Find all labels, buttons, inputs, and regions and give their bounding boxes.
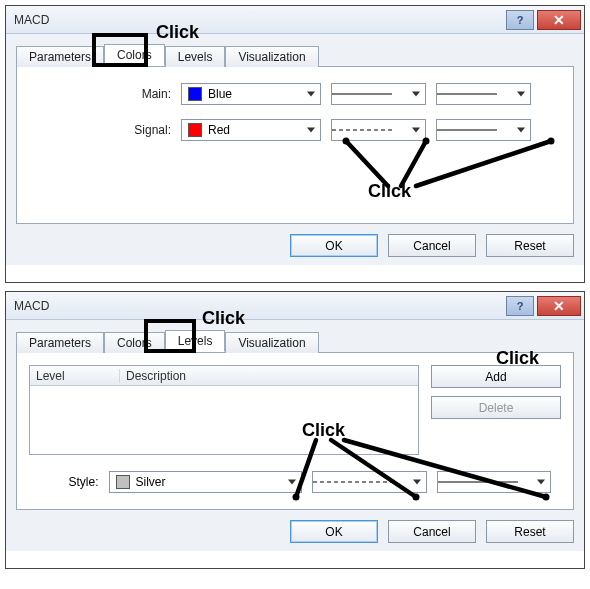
line-dashed-icon: [313, 478, 407, 486]
levels-layout: Level Description Add Delete: [29, 365, 561, 455]
ok-button[interactable]: OK: [290, 520, 378, 543]
tab-levels[interactable]: Levels: [165, 330, 226, 352]
ok-button[interactable]: OK: [290, 234, 378, 257]
style-label: Style:: [29, 475, 109, 489]
help-button[interactable]: ?: [506, 296, 534, 316]
signal-color-combo[interactable]: Red: [181, 119, 321, 141]
line-solid-icon: [437, 126, 512, 134]
signal-linewidth-combo[interactable]: [436, 119, 531, 141]
add-button[interactable]: Add: [431, 365, 561, 388]
reset-button[interactable]: Reset: [486, 520, 574, 543]
col-level[interactable]: Level: [30, 369, 120, 383]
close-button[interactable]: ✕: [537, 296, 581, 316]
main-color-row: Main: Blue: [31, 83, 559, 105]
style-color-name: Silver: [136, 475, 166, 489]
main-color-name: Blue: [208, 87, 232, 101]
dialog-buttons: OK Cancel Reset: [16, 520, 574, 543]
line-solid-icon: [332, 90, 407, 98]
style-linewidth-combo[interactable]: [437, 471, 551, 493]
style-linestyle-combo[interactable]: [312, 471, 426, 493]
cancel-button[interactable]: Cancel: [388, 234, 476, 257]
col-description[interactable]: Description: [120, 369, 418, 383]
dialog-buttons: OK Cancel Reset: [16, 234, 574, 257]
tab-parameters[interactable]: Parameters: [16, 46, 104, 67]
tab-visualization[interactable]: Visualization: [225, 332, 318, 353]
tab-strip: Parameters Colors Levels Visualization: [16, 328, 574, 352]
help-button[interactable]: ?: [506, 10, 534, 30]
cancel-button[interactable]: Cancel: [388, 520, 476, 543]
line-solid-icon: [438, 478, 532, 486]
colors-panel: Main: Blue Signal:: [16, 66, 574, 224]
signal-color-name: Red: [208, 123, 230, 137]
window-title: MACD: [14, 299, 506, 313]
list-header: Level Description: [30, 366, 418, 386]
style-row: Style: Silver: [29, 471, 561, 493]
dialog-body: Parameters Colors Levels Visualization L…: [6, 320, 584, 551]
main-linewidth-combo[interactable]: [436, 83, 531, 105]
signal-label: Signal:: [31, 123, 181, 137]
titlebar: MACD ? ✕: [6, 6, 584, 34]
macd-dialog-levels: MACD ? ✕ Parameters Colors Levels Visual…: [5, 291, 585, 569]
tab-colors[interactable]: Colors: [104, 44, 165, 66]
window-title: MACD: [14, 13, 506, 27]
line-dashed-icon: [332, 126, 407, 134]
tab-levels[interactable]: Levels: [165, 46, 226, 67]
main-color-combo[interactable]: Blue: [181, 83, 321, 105]
main-label: Main:: [31, 87, 181, 101]
tab-visualization[interactable]: Visualization: [225, 46, 318, 67]
close-button[interactable]: ✕: [537, 10, 581, 30]
tab-strip: Parameters Colors Levels Visualization: [16, 42, 574, 66]
delete-button: Delete: [431, 396, 561, 419]
tab-parameters[interactable]: Parameters: [16, 332, 104, 353]
style-color-combo[interactable]: Silver: [109, 471, 303, 493]
signal-linestyle-combo[interactable]: [331, 119, 426, 141]
main-linestyle-combo[interactable]: [331, 83, 426, 105]
tab-colors[interactable]: Colors: [104, 332, 165, 353]
signal-color-swatch: [188, 123, 202, 137]
dialog-body: Parameters Colors Levels Visualization M…: [6, 34, 584, 265]
reset-button[interactable]: Reset: [486, 234, 574, 257]
signal-color-row: Signal: Red: [31, 119, 559, 141]
levels-panel: Level Description Add Delete Style: Silv…: [16, 352, 574, 510]
macd-dialog-colors: MACD ? ✕ Parameters Colors Levels Visual…: [5, 5, 585, 283]
line-solid-icon: [437, 90, 512, 98]
levels-list[interactable]: Level Description: [29, 365, 419, 455]
levels-side-buttons: Add Delete: [431, 365, 561, 455]
style-color-swatch: [116, 475, 130, 489]
main-color-swatch: [188, 87, 202, 101]
titlebar: MACD ? ✕: [6, 292, 584, 320]
